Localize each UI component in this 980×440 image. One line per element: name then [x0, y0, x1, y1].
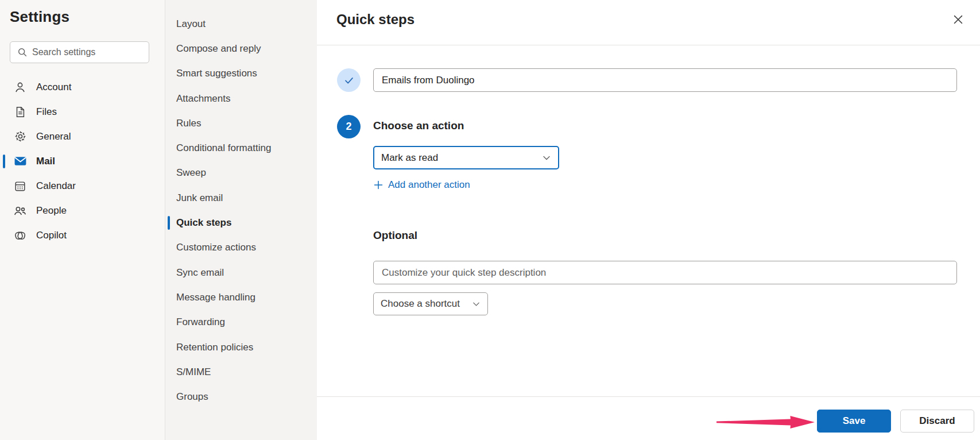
settings-title: Settings	[10, 8, 69, 26]
search-input[interactable]	[32, 47, 144, 57]
annotation-arrow	[716, 414, 815, 431]
submenu-item-forwarding[interactable]: Forwarding	[165, 310, 317, 335]
submenu-item-retention-policies[interactable]: Retention policies	[165, 335, 317, 360]
submenu-item-smime[interactable]: S/MIME	[165, 360, 317, 384]
quick-steps-panel: Quick steps 2 Choose an action Mark as r	[317, 0, 980, 440]
search-icon	[17, 47, 28, 57]
quick-step-name-input[interactable]	[373, 68, 957, 92]
chevron-down-icon	[472, 300, 481, 308]
submenu-item-label: Junk email	[176, 192, 223, 204]
submenu-item-conditional-formatting[interactable]: Conditional formatting	[165, 136, 317, 160]
submenu-item-label: Layout	[176, 18, 206, 30]
submenu-item-quick-steps[interactable]: Quick steps	[165, 210, 317, 235]
sidebar-item-files[interactable]: Files	[0, 99, 165, 124]
submenu-item-label: Retention policies	[176, 342, 253, 353]
sidebar-item-calendar[interactable]: Calendar	[0, 173, 165, 198]
submenu-item-label: Attachments	[176, 93, 231, 105]
submenu-item-label: Customize actions	[176, 242, 256, 253]
sidebar-item-copilot[interactable]: Copilot	[0, 223, 165, 248]
sidebar-item-label: Account	[36, 82, 71, 93]
submenu-item-attachments[interactable]: Attachments	[165, 86, 317, 111]
step2-number-badge: 2	[337, 115, 361, 138]
choose-action-heading: Choose an action	[373, 119, 464, 132]
add-another-action-button[interactable]: Add another action	[374, 179, 470, 191]
sidebar-item-label: General	[36, 131, 71, 142]
submenu-item-layout[interactable]: Layout	[165, 11, 317, 36]
copilot-icon	[13, 229, 28, 242]
sidebar-item-label: Copilot	[36, 230, 67, 241]
settings-window: Settings Account	[0, 0, 980, 440]
calendar-icon	[13, 180, 28, 192]
submenu-item-customize-actions[interactable]: Customize actions	[165, 236, 317, 260]
optional-heading: Optional	[373, 229, 417, 242]
sidebar-item-mail[interactable]: Mail	[0, 149, 165, 173]
checkmark-icon	[343, 74, 355, 87]
sidebar-item-label: Files	[36, 106, 57, 118]
submenu-item-compose-and-reply[interactable]: Compose and reply	[165, 36, 317, 61]
header-divider	[317, 45, 980, 45]
add-another-action-label: Add another action	[388, 179, 470, 191]
close-icon	[952, 13, 964, 26]
sidebar-item-label: Calendar	[36, 180, 76, 192]
discard-button[interactable]: Discard	[900, 410, 974, 433]
submenu-item-junk-email[interactable]: Junk email	[165, 186, 317, 210]
submenu-item-groups[interactable]: Groups	[165, 384, 317, 409]
submenu-item-label: Compose and reply	[176, 43, 261, 55]
submenu-item-smart-suggestions[interactable]: Smart suggestions	[165, 61, 317, 86]
submenu-item-label: Forwarding	[176, 317, 225, 328]
submenu-item-sync-email[interactable]: Sync email	[165, 260, 317, 285]
chevron-down-icon	[542, 153, 551, 163]
settings-nav: Account Files General	[0, 75, 165, 248]
settings-search[interactable]	[10, 41, 149, 63]
file-icon	[13, 106, 28, 118]
submenu-item-label: Smart suggestions	[176, 68, 257, 79]
save-button[interactable]: Save	[817, 410, 891, 433]
submenu-item-label: Conditional formatting	[176, 142, 271, 154]
submenu-item-rules[interactable]: Rules	[165, 111, 317, 136]
shortcut-dropdown[interactable]: Choose a shortcut	[373, 292, 488, 315]
description-input[interactable]	[373, 261, 957, 284]
people-icon	[13, 204, 28, 218]
settings-sidebar: Settings Account	[0, 0, 165, 440]
submenu-item-label: Sweep	[176, 167, 206, 179]
mail-settings-submenu: Layout Compose and reply Smart suggestio…	[165, 0, 317, 440]
step1-completed-badge	[337, 68, 361, 92]
sidebar-item-general[interactable]: General	[0, 124, 165, 149]
submenu-item-label: Rules	[176, 118, 201, 129]
panel-title: Quick steps	[336, 11, 415, 28]
submenu-item-label: Message handling	[176, 292, 255, 303]
sidebar-item-people[interactable]: People	[0, 198, 165, 223]
submenu-item-label: Groups	[176, 391, 208, 403]
mail-icon	[13, 154, 28, 168]
selected-indicator-bar	[168, 216, 170, 230]
sidebar-item-account[interactable]: Account	[0, 75, 165, 99]
submenu-item-label: S/MIME	[176, 366, 211, 378]
footer-divider	[317, 396, 980, 397]
plus-icon	[374, 180, 383, 190]
submenu-item-label: Sync email	[176, 267, 224, 279]
shortcut-dropdown-value: Choose a shortcut	[381, 298, 460, 310]
sidebar-item-label: People	[36, 205, 67, 217]
action-dropdown-value: Mark as read	[381, 152, 438, 164]
gear-icon	[13, 130, 28, 143]
step2-number: 2	[346, 121, 351, 133]
submenu-item-label: Quick steps	[176, 217, 231, 229]
close-button[interactable]	[949, 10, 967, 29]
submenu-item-message-handling[interactable]: Message handling	[165, 285, 317, 310]
action-dropdown[interactable]: Mark as read	[373, 146, 559, 169]
person-icon	[13, 80, 28, 94]
sidebar-item-label: Mail	[36, 156, 55, 167]
selected-indicator-bar	[3, 155, 5, 168]
submenu-item-sweep[interactable]: Sweep	[165, 161, 317, 186]
